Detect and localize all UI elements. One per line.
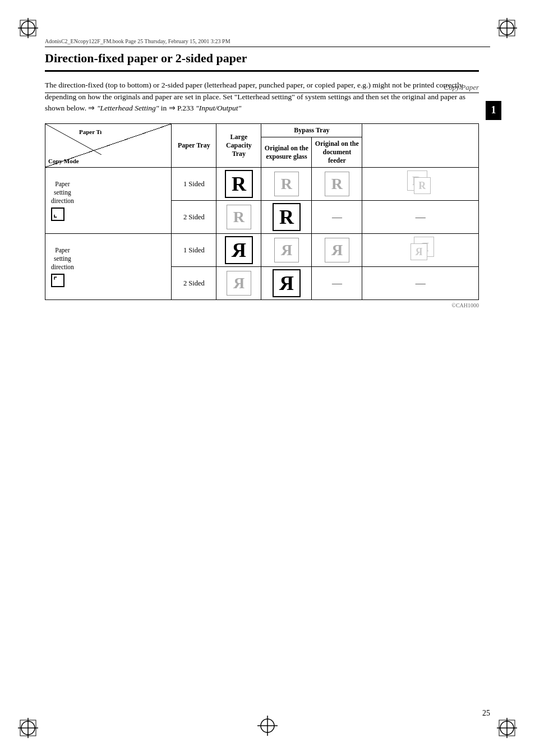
table-row: Papersettingdirection ⌞ 1 Sided R R [45, 234, 479, 267]
r-icon-small-faded-1: R [274, 172, 299, 196]
bypass-feeder-cell-r3: R R [362, 234, 479, 267]
sided-label-1: 1 Sided [172, 168, 216, 201]
bypass-glass-cell-r2: — [312, 201, 362, 234]
page-number: 25 [482, 709, 490, 718]
paper-tray-cell-r2: R [216, 201, 261, 234]
main-content: Direction-fixed paper or 2-sided paper T… [45, 50, 479, 308]
bypass-feeder-cell-r4: — [362, 267, 479, 300]
bypass-glass-cell-r3: R [312, 234, 362, 267]
svg-text:Paper Tray: Paper Tray [79, 128, 102, 135]
body-text: The direction-fixed (top to bottom) or 2… [45, 80, 479, 115]
r-flip-bypass-glass-1: R [325, 238, 349, 262]
r-icon-small-pt-2: R [227, 205, 251, 229]
dash-1: — [314, 211, 359, 223]
page-title: Direction-fixed paper or 2-sided paper [45, 50, 479, 72]
psd-group-2: Papersettingdirection ⌞ [45, 234, 172, 300]
copy-mode-label: Copy Mode [48, 158, 79, 164]
table-row: Papersettingdirection ⌞ 1 Sided R R [45, 168, 479, 201]
dash-2: — [365, 211, 476, 223]
bypass-feeder-header: Original on the document feeder [312, 137, 362, 168]
dash-3: — [314, 278, 359, 289]
r-flip-icon-large-1: R [225, 236, 253, 264]
large-cap-cell-r4: R [261, 267, 312, 300]
sided-label-2: 2 Sided [172, 201, 216, 234]
bypass-feeder-cell-r2: — [362, 201, 479, 234]
sided-label-4: 2 Sided [172, 267, 216, 300]
large-cap-cell-r1: R [261, 168, 312, 201]
psd-group-1: Papersettingdirection ⌞ [45, 168, 172, 234]
r-flip-layered-1: R R [407, 237, 434, 264]
bypass-tray-header: Bypass Tray [261, 124, 362, 137]
large-cap-cell-r2: R [261, 201, 312, 234]
bypass-glass-header: Original on the exposure glass [261, 137, 312, 168]
psd-icon-2: ⌞ [51, 274, 64, 287]
corner-mark-br [496, 717, 518, 739]
large-cap-cell-r3: R [261, 234, 312, 267]
bypass-glass-cell-r1: R [312, 168, 362, 201]
diagonal-header-cell: Paper Tray Paper Tray Copy Mode [45, 124, 172, 168]
psd-label-2: Papersettingdirection [51, 246, 74, 271]
r-flip-small-faded-1: R [274, 238, 299, 262]
corner-mark-tl [17, 17, 39, 39]
file-info: AdonisC2_ENcopy122F_FM.book Page 25 Thur… [45, 38, 230, 44]
paper-tray-cell-r1: R [216, 168, 261, 201]
r-icon-large-2: R [273, 203, 301, 231]
r-icon-bypass-glass-1: R [325, 172, 349, 196]
corner-mark-tr [496, 17, 518, 39]
bypass-glass-cell-r4: — [312, 267, 362, 300]
paper-tray-cell-r4: R [216, 267, 261, 300]
direction-table: Paper Tray Paper Tray Copy Mode Paper Tr… [45, 123, 479, 300]
large-cap-header: Large Capacity Tray [216, 124, 261, 168]
copyright-note: ©CAH1000 [45, 302, 479, 308]
corner-mark-bl [17, 717, 39, 739]
r-icon-large-1: R [225, 170, 253, 198]
psd-icon-1: ⌞ [51, 208, 64, 221]
r-flip-icon-large-2: R [273, 269, 301, 297]
r-flip-small-pt-2: R [227, 271, 251, 296]
header-bar: AdonisC2_ENcopy122F_FM.book Page 25 Thur… [45, 38, 490, 47]
psd-label-1: Papersettingdirection [51, 180, 74, 205]
bypass-feeder-cell-r1: R R [362, 168, 479, 201]
paper-tray-cell-r3: R [216, 234, 261, 267]
side-tab: 1 [486, 101, 501, 120]
r-icon-layered-1: R R [407, 170, 434, 197]
sided-label-3: 1 Sided [172, 234, 216, 267]
bottom-center-mark [256, 714, 279, 739]
dash-4: — [365, 278, 476, 289]
paper-tray-header: Paper Tray [172, 124, 216, 168]
